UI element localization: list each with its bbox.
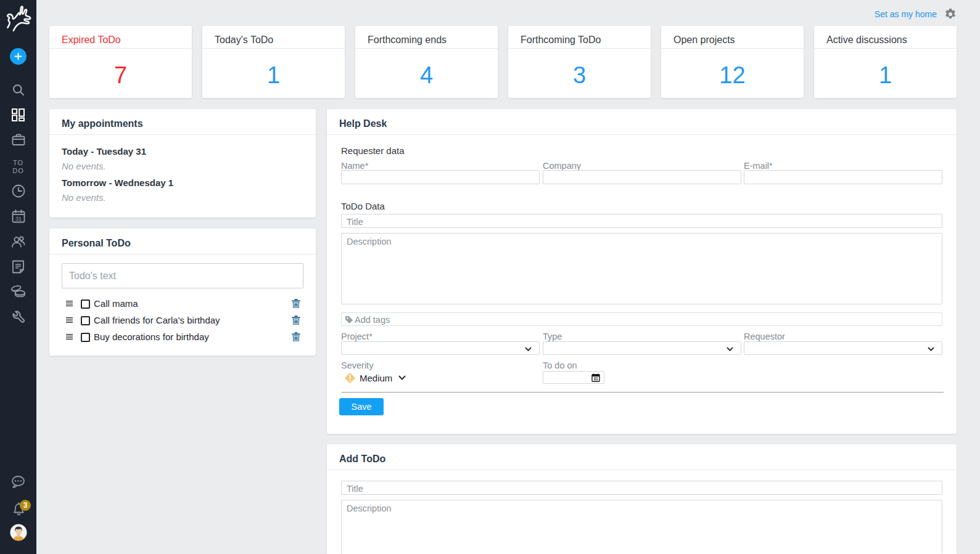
svg-text:3: 3 — [23, 501, 27, 510]
svg-text:31: 31 — [593, 377, 598, 381]
svg-text:31: 31 — [15, 216, 21, 222]
